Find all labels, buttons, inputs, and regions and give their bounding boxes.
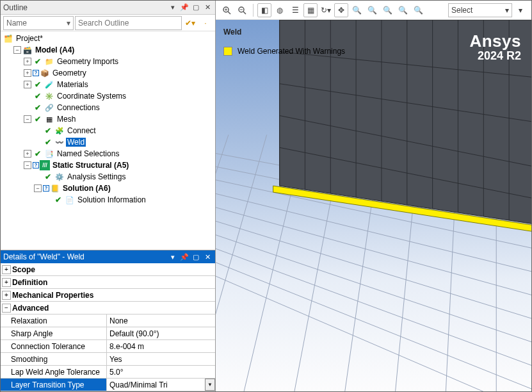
collapse-icon[interactable]: −	[24, 115, 31, 123]
maximize-icon[interactable]: ▢	[191, 3, 201, 13]
collapse-icon[interactable]: −	[13, 46, 21, 54]
pan-icon[interactable]: ✥	[334, 3, 348, 17]
filter-type-dropdown[interactable]: Name ▾	[3, 16, 74, 30]
zoom-fwd-icon[interactable]: 🔍	[411, 3, 425, 17]
tree-item-coord[interactable]: ✔ ✳️ Coordinate Systems	[24, 90, 215, 102]
selection-mode-dropdown[interactable]: Select ▾	[448, 3, 512, 17]
prop-conn-tol[interactable]: Connection Tolerance 8.e-004 m	[1, 340, 215, 353]
prop-lap-weld[interactable]: Lap Weld Angle Tolerance 5.0°	[1, 366, 215, 379]
section-mech[interactable]: + Mechanical Properties	[1, 289, 215, 302]
expand-icon[interactable]: +	[24, 58, 31, 65]
section-advanced[interactable]: − Advanced	[1, 302, 215, 314]
tree-item-geometry-imports[interactable]: + ✔ 📁 Geometry Imports	[24, 56, 215, 67]
section-scope[interactable]: + Scope	[1, 263, 215, 276]
prop-label: Relaxation	[1, 314, 107, 327]
tree-label: Project*	[15, 34, 44, 43]
prop-value-dropdown[interactable]: Quad/Minimal Tri ▼	[107, 379, 215, 391]
tree-item-geometry[interactable]: + ? 📦 Geometry	[24, 67, 215, 79]
tree-item-materials[interactable]: + ✔ 🧪 Materials	[24, 79, 215, 90]
prop-value[interactable]: Yes	[107, 353, 215, 365]
perspective-icon[interactable]: ▦	[303, 3, 318, 17]
tree-view[interactable]: 🗂️ Project* − 🗃️ Model (A4) + ✔ 📁	[1, 31, 215, 250]
dropdown-icon[interactable]: ▾	[168, 3, 178, 13]
check-icon: ✔	[43, 172, 53, 182]
project-icon: 🗂️	[3, 33, 13, 44]
outline-panel: Outline ▾ 📌 ▢ ✕ Name ▾ ✔▾ · 🗂️ Project*	[1, 1, 215, 250]
tree-item-model[interactable]: − 🗃️ Model (A4)	[13, 44, 215, 56]
zoom-back-icon[interactable]: 🔍	[396, 3, 410, 17]
section-definition[interactable]: + Definition	[1, 276, 215, 289]
check-icon: ✔	[33, 102, 43, 113]
zoom-actual-icon[interactable]: 🔍	[380, 3, 394, 17]
rotate-icon[interactable]: ↻▾	[319, 3, 333, 17]
svg-line-11	[216, 224, 531, 364]
prop-value[interactable]: 8.e-004 m	[107, 340, 215, 352]
expand-icon[interactable]: +	[24, 69, 31, 77]
pin-icon[interactable]: 📌	[179, 3, 189, 13]
details-header: Details of "Weld" - Weld ▾ 📌 ▢ ✕	[1, 250, 215, 263]
expand-icon[interactable]: +	[24, 81, 31, 88]
pin-icon[interactable]: 📌	[179, 252, 189, 262]
tree-item-mesh[interactable]: − ✔ ▦ Mesh	[24, 113, 215, 125]
tree-label: Connections	[56, 103, 101, 112]
search-option-icon[interactable]: ✔▾	[183, 16, 197, 30]
close-icon[interactable]: ✕	[202, 252, 213, 262]
prop-value[interactable]: None	[107, 314, 215, 327]
question-icon: ?	[33, 70, 39, 76]
tree-label: Named Selections	[56, 149, 120, 158]
dropdown-icon[interactable]: ▾	[168, 252, 178, 262]
zoom-fit-icon[interactable]: 🔍	[350, 3, 364, 17]
viewport-title: Weld	[223, 28, 241, 37]
outline-title: Outline	[3, 3, 166, 12]
question-icon: ?	[33, 162, 39, 168]
tree-item-project[interactable]: 🗂️ Project*	[3, 33, 215, 44]
zoom-out-icon[interactable]	[235, 3, 249, 17]
toolbar-extra-icon[interactable]: ▾	[513, 3, 528, 17]
expand-icon[interactable]: +	[24, 150, 31, 158]
geometry-icon: 📦	[40, 68, 50, 78]
tree-item-solution[interactable]: − ? 📒 Solution (A6)	[34, 183, 215, 194]
chevron-down-icon: ▾	[505, 6, 509, 15]
tree-item-named-selections[interactable]: + ✔ 📑 Named Selections	[24, 148, 215, 159]
tree-item-analysis-settings[interactable]: ✔ ⚙️ Analysis Settings	[34, 171, 215, 183]
collapse-icon[interactable]: −	[34, 184, 42, 192]
outline-filter-bar: Name ▾ ✔▾ ·	[1, 15, 215, 31]
tree-item-connections[interactable]: ✔ 🔗 Connections	[24, 102, 215, 113]
maximize-icon[interactable]: ▢	[191, 252, 201, 262]
canvas-3d[interactable]: Weld Weld Generated With Warnings Ansys …	[216, 20, 531, 391]
search-clear-icon[interactable]: ·	[198, 16, 213, 30]
prop-label: Sharp Angle	[1, 327, 107, 339]
shaded-icon[interactable]: ◍	[273, 3, 287, 17]
zoom-box-icon[interactable]: 🔍	[365, 3, 379, 17]
tree-item-static[interactable]: − ? /// Static Structural (A5)	[24, 159, 215, 171]
prop-value[interactable]: Default (90.0°)	[107, 327, 215, 339]
prop-layer-transition[interactable]: Layer Transition Type Quad/Minimal Tri ▼	[1, 379, 215, 391]
prop-smoothing[interactable]: Smoothing Yes	[1, 353, 215, 366]
prop-label: Smoothing	[1, 353, 107, 365]
prop-value-text: Quad/Minimal Tri	[109, 380, 168, 389]
tree-item-mesh-weld[interactable]: ✔ 〰️ Weld	[34, 136, 215, 148]
prop-value[interactable]: 5.0°	[107, 366, 215, 378]
tree-label: Solution Information	[76, 195, 147, 204]
collapse-icon[interactable]: −	[2, 304, 11, 313]
close-icon[interactable]: ✕	[202, 3, 213, 13]
chevron-down-icon[interactable]: ▼	[205, 379, 215, 391]
prop-relaxation[interactable]: Relaxation None	[1, 314, 215, 327]
search-input[interactable]	[75, 16, 182, 30]
prop-sharp-angle[interactable]: Sharp Angle Default (90.0°)	[1, 327, 215, 340]
mesh-icon: ▦	[44, 114, 54, 124]
expand-icon[interactable]: +	[2, 265, 11, 274]
static-icon: ///	[40, 160, 50, 170]
wireframe-icon[interactable]: ☰	[288, 3, 302, 17]
zoom-in-icon[interactable]	[220, 3, 234, 17]
tree-item-solution-info[interactable]: ✔ 📄 Solution Information	[44, 194, 215, 206]
weld-icon: 〰️	[54, 137, 65, 147]
collapse-icon[interactable]: −	[24, 161, 31, 169]
tree-label: Solution (A6)	[61, 184, 112, 193]
expand-icon[interactable]: +	[2, 291, 11, 300]
display-mode-icon[interactable]: ◧	[257, 3, 271, 17]
tree-label: Connect	[66, 126, 97, 135]
tree-item-mesh-connect[interactable]: ✔ 🧩 Connect	[34, 125, 215, 136]
svg-line-5	[243, 12, 246, 14]
expand-icon[interactable]: +	[2, 278, 11, 287]
